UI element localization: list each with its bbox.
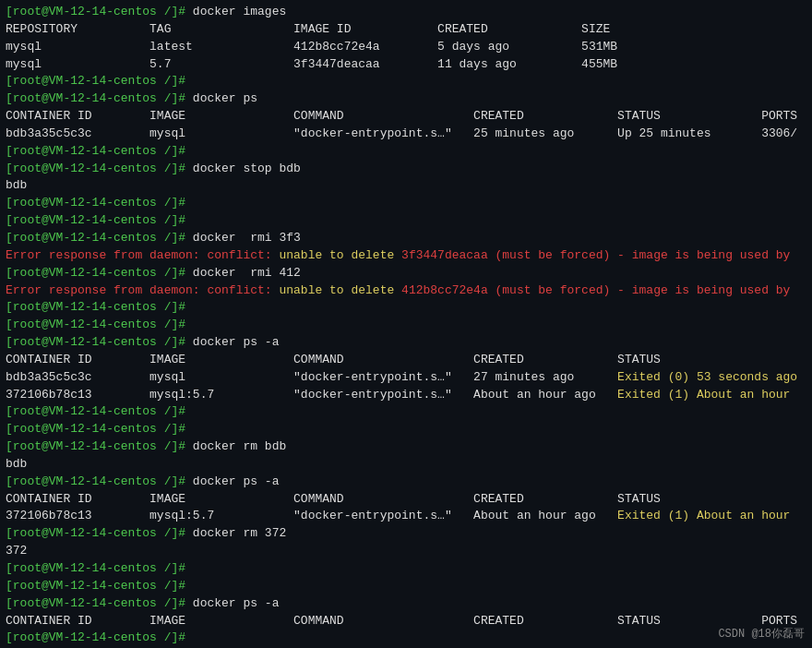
terminal-line: [root@VM-12-14-centos /]# — [6, 73, 806, 90]
terminal-line: [root@VM-12-14-centos /]# — [6, 143, 806, 161]
terminal-line: [root@VM-12-14-centos /]# docker stop bd… — [6, 161, 806, 178]
terminal-line: [root@VM-12-14-centos /]# — [6, 195, 806, 212]
terminal-line: Error response from daemon: conflict: un… — [6, 247, 806, 265]
terminal-line: [root@VM-12-14-centos /]# — [6, 299, 806, 317]
terminal-line: [root@VM-12-14-centos /]# docker ps -a — [6, 595, 806, 613]
terminal-line: CONTAINER ID IMAGE COMMAND CREATED STATU… — [6, 108, 806, 126]
terminal-line: 372 — [6, 543, 806, 560]
terminal-window: [root@VM-12-14-centos /]# docker imagesR… — [0, 0, 812, 648]
terminal-line: [root@VM-12-14-centos /]# — [6, 403, 806, 421]
terminal-line: bdb3a35c5c3c mysql "docker-entrypoint.s…… — [6, 369, 806, 387]
terminal-line: [root@VM-12-14-centos /]# docker ps — [6, 90, 806, 108]
terminal-line: [root@VM-12-14-centos /]# — [6, 212, 806, 230]
terminal-line: CONTAINER ID IMAGE COMMAND CREATED STATU… — [6, 352, 806, 369]
terminal-line: [root@VM-12-14-centos /]# — [6, 421, 806, 438]
terminal-line: bdb — [6, 456, 806, 474]
terminal-line: REPOSITORY TAG IMAGE ID CREATED SIZE — [6, 21, 806, 39]
terminal-line: CONTAINER ID IMAGE COMMAND CREATED STATU… — [6, 613, 806, 630]
watermark: CSDN @18你磊哥 — [718, 627, 805, 642]
terminal-line: bdb3a35c5c3c mysql "docker-entrypoint.s…… — [6, 126, 806, 143]
terminal-line: Error response from daemon: conflict: un… — [6, 282, 806, 300]
terminal-line: [root@VM-12-14-centos /]# docker rm bdb — [6, 438, 806, 456]
terminal-line: [root@VM-12-14-centos /]# — [6, 560, 806, 578]
terminal-line: 372106b78c13 mysql:5.7 "docker-entrypoin… — [6, 508, 806, 525]
terminal-line: [root@VM-12-14-centos /]# docker rmi 3f3 — [6, 230, 806, 247]
terminal-line: [root@VM-12-14-centos /]# docker rm 372 — [6, 525, 806, 543]
terminal-line: CONTAINER ID IMAGE COMMAND CREATED STATU… — [6, 491, 806, 509]
terminal-line: [root@VM-12-14-centos /]# docker rmi 412 — [6, 265, 806, 282]
terminal-content: [root@VM-12-14-centos /]# docker imagesR… — [6, 4, 806, 648]
terminal-line: [root@VM-12-14-centos /]# — [6, 630, 806, 647]
terminal-line: 372106b78c13 mysql:5.7 "docker-entrypoin… — [6, 387, 806, 404]
terminal-line: mysql 5.7 3f3447deacaa 11 days ago 455MB — [6, 56, 806, 74]
terminal-line: [root@VM-12-14-centos /]# docker ps -a — [6, 334, 806, 352]
terminal-line: mysql latest 412b8cc72e4a 5 days ago 531… — [6, 39, 806, 56]
terminal-line: [root@VM-12-14-centos /]# docker ps -a — [6, 474, 806, 491]
terminal-line: [root@VM-12-14-centos /]# docker images — [6, 4, 806, 21]
terminal-line: bdb — [6, 177, 806, 195]
terminal-line: [root@VM-12-14-centos /]# — [6, 578, 806, 595]
terminal-line: [root@VM-12-14-centos /]# — [6, 317, 806, 334]
